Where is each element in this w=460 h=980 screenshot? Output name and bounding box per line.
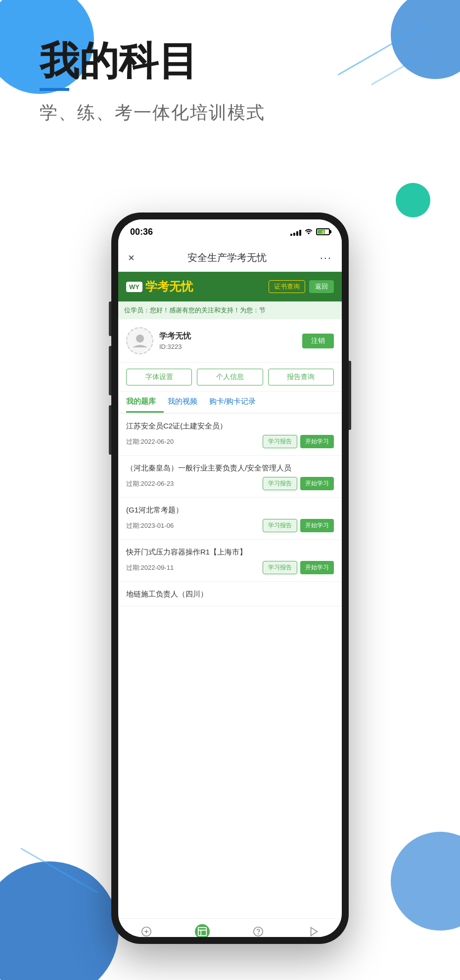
wifi-icon (304, 227, 313, 236)
course-item-0: 江苏安全员C2证(土建安全员） 过期:2022-06-20 学习报告 开始学习 (118, 414, 342, 456)
phone-button-vol-up (109, 346, 111, 395)
course-meta: 过期:2022-06-23 学习报告 开始学习 (126, 477, 334, 490)
course-meta: 过期:2022-09-11 学习报告 开始学习 (126, 561, 334, 574)
font-settings-button[interactable]: 字体设置 (126, 369, 192, 385)
course-item-2: (G1河北常考题） 过期:2023-01-06 学习报告 开始学习 (118, 498, 342, 540)
course-item-1: （河北秦皇岛）一般行业主要负责人/安全管理人员 过期:2022-06-23 学习… (118, 456, 342, 498)
course-actions: 学习报告 开始学习 (263, 435, 334, 448)
start-study-button-3[interactable]: 开始学习 (300, 561, 334, 574)
app-bar: × 安全生产学考无忧 ··· (118, 244, 342, 272)
course-item-4: 地链施工负责人（四川） (118, 582, 342, 606)
back-button[interactable]: 返回 (309, 280, 334, 293)
avatar (126, 327, 153, 354)
study-report-button-3[interactable]: 学习报告 (263, 561, 297, 574)
signal-bar-4 (299, 230, 301, 236)
course-actions: 学习报告 开始学习 (263, 519, 334, 532)
svg-point-8 (258, 934, 258, 934)
marquee-banner: 位学员：您好！感谢有您的关注和支持！为您：节 (118, 301, 342, 319)
page-subtitle: 学、练、考一体化培训模式 (40, 101, 265, 125)
study-report-button-2[interactable]: 学习报告 (263, 519, 297, 532)
bg-decoration-circle-bl (0, 861, 119, 980)
user-section: 学考无忧 ID:3223 注销 (118, 319, 342, 363)
bg-decoration-circle-teal (396, 183, 430, 217)
logout-button[interactable]: 注销 (302, 334, 334, 348)
nav-item-my-subject[interactable]: 我的科目 (191, 924, 213, 937)
green-header: WY 学考无忧 证书查询 返回 (118, 272, 342, 301)
svg-point-0 (136, 335, 144, 342)
phone-mockup: 00:36 ⚡ (111, 213, 349, 944)
personal-info-button[interactable]: 个人信息 (197, 369, 263, 385)
tab-my-question-bank[interactable]: 我的题库 (126, 392, 164, 413)
start-study-button-2[interactable]: 开始学习 (300, 519, 334, 532)
action-buttons: 字体设置 个人信息 报告查询 (118, 363, 342, 392)
tabs: 我的题库 我的视频 购卡/购卡记录 (118, 392, 342, 414)
video-icon (307, 924, 322, 937)
close-button[interactable]: × (128, 252, 135, 264)
logo-badge: WY (126, 282, 142, 292)
bg-decoration-circle-br (391, 832, 460, 931)
phone-content: 学考无忧 ID:3223 注销 字体设置 个人信息 报告查询 我的题库 (118, 319, 342, 937)
more-button[interactable]: ··· (320, 252, 332, 264)
nav-item-video[interactable]: 视频课程 (303, 924, 325, 937)
cert-query-button[interactable]: 证书查询 (269, 280, 305, 293)
course-expire: 过期:2022-06-20 (126, 437, 174, 446)
page-title: 我的科目 (40, 40, 265, 83)
course-name: 地链施工负责人（四川） (126, 589, 334, 599)
user-details: 学考无忧 ID:3223 (159, 331, 191, 350)
help-icon (251, 924, 266, 937)
phone-button-silent (109, 301, 111, 336)
course-meta: 过期:2022-06-20 学习报告 开始学习 (126, 435, 334, 448)
user-info: 学考无忧 ID:3223 (126, 327, 191, 354)
course-list: 江苏安全员C2证(土建安全员） 过期:2022-06-20 学习报告 开始学习 … (118, 414, 342, 918)
page-header: 我的科目 学、练、考一体化培训模式 (40, 40, 265, 125)
phone-button-vol-down (109, 405, 111, 455)
course-meta: 过期:2023-01-06 学习报告 开始学习 (126, 519, 334, 532)
user-id: ID:3223 (159, 343, 191, 350)
course-expire: 过期:2023-01-06 (126, 521, 174, 530)
battery-bolt: ⚡ (320, 229, 326, 235)
course-name: 快开门式压力容器操作R1【上海市】 (126, 547, 334, 557)
bottom-nav: 绑定科目 我的科目 (118, 918, 342, 937)
nav-item-bind-subject[interactable]: 绑定科目 (136, 924, 157, 937)
phone-screen: 00:36 ⚡ (118, 219, 342, 937)
status-bar: 00:36 ⚡ (118, 219, 342, 244)
logo-area: WY 学考无忧 (126, 279, 193, 295)
signal-bar-2 (293, 233, 295, 236)
phone-button-power (349, 361, 351, 430)
course-name: （河北秦皇岛）一般行业主要负责人/安全管理人员 (126, 463, 334, 473)
logo-text: 学考无忧 (145, 279, 193, 295)
app-bar-title: 安全生产学考无忧 (187, 251, 267, 264)
svg-marker-9 (311, 928, 317, 936)
study-report-button-1[interactable]: 学习报告 (263, 477, 297, 490)
header-buttons: 证书查询 返回 (269, 280, 334, 293)
start-study-button-0[interactable]: 开始学习 (300, 435, 334, 448)
tab-my-video[interactable]: 我的视频 (168, 392, 205, 413)
page-title-underline (40, 88, 69, 91)
tab-buy-card[interactable]: 购卡/购卡记录 (209, 392, 264, 413)
course-name: 江苏安全员C2证(土建安全员） (126, 421, 334, 431)
course-expire: 过期:2022-06-23 (126, 479, 174, 488)
status-time: 00:36 (130, 227, 153, 237)
signal-bar-3 (296, 231, 298, 236)
signal-bar-1 (290, 234, 292, 236)
user-name: 学考无忧 (159, 331, 191, 341)
report-query-button[interactable]: 报告查询 (268, 369, 334, 385)
course-expire: 过期:2022-09-11 (126, 563, 174, 572)
study-report-button-0[interactable]: 学习报告 (263, 435, 297, 448)
signal-icon (290, 228, 301, 236)
svg-rect-4 (198, 928, 206, 936)
battery-icon: ⚡ (316, 228, 330, 235)
course-actions: 学习报告 开始学习 (263, 561, 334, 574)
course-item-3: 快开门式压力容器操作R1【上海市】 过期:2022-09-11 学习报告 开始学… (118, 540, 342, 582)
nav-item-help[interactable]: 帮助中心 (247, 924, 269, 937)
course-actions: 学习报告 开始学习 (263, 477, 334, 490)
my-subject-icon (195, 924, 210, 937)
course-name: (G1河北常考题） (126, 505, 334, 515)
marquee-text: 位学员：您好！感谢有您的关注和支持！为您：节 (124, 306, 266, 315)
phone-outer: 00:36 ⚡ (111, 213, 349, 944)
status-icons: ⚡ (290, 227, 330, 236)
start-study-button-1[interactable]: 开始学习 (300, 477, 334, 490)
bind-subject-icon (139, 924, 154, 937)
